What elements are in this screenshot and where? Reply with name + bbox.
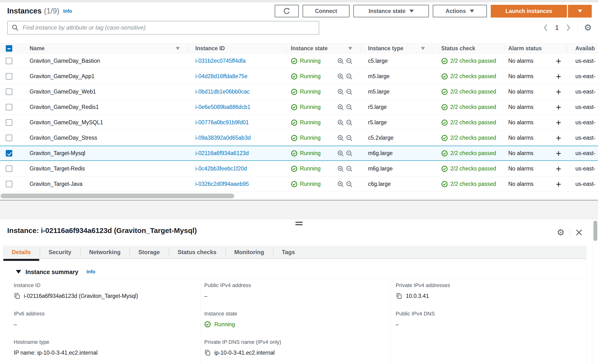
zoom-in-icon[interactable] [337,88,344,96]
row-checkbox[interactable] [6,58,12,64]
instance-id-link[interactable]: i-00776a0bc91b9fd01 [195,119,249,126]
row-checkbox[interactable] [6,104,12,110]
row-checkbox[interactable] [6,89,12,95]
row-checkbox[interactable] [6,181,12,187]
instance-id-link[interactable]: i-09a38392a0d65ab3d [195,135,251,141]
next-page-button[interactable] [565,24,571,32]
row-checkbox[interactable] [6,165,12,172]
add-alarm-plus-icon[interactable]: + [556,87,561,97]
chevron-right-icon [565,24,571,32]
table-row[interactable]: Graviton_Target-Redis i-0c42bb3feebc1f20… [0,161,598,177]
collapse-triangle-icon[interactable] [16,270,21,274]
zoom-out-icon[interactable] [346,165,353,172]
add-alarm-plus-icon[interactable]: + [556,72,561,81]
table-row[interactable]: Graviton_GameDay_Web1 i-0bd11db1e06bb0ca… [0,84,598,99]
row-checkbox[interactable] [6,135,12,141]
select-all-checkbox[interactable] [6,45,12,52]
add-alarm-plus-icon[interactable]: + [556,57,561,66]
zoom-out-icon[interactable] [346,181,353,188]
previous-page-button[interactable] [543,24,549,32]
table-row[interactable]: Graviton_GameDay_Stress i-09a38392a0d65a… [0,130,598,146]
horizontal-scrollbar-thumb[interactable] [0,194,234,198]
zoom-out-icon[interactable] [346,73,353,80]
zoom-in-icon[interactable] [337,150,344,157]
instance-id-link[interactable]: i-02116a6f934a6123d [195,150,249,156]
zoom-in-icon[interactable] [337,165,344,172]
sort-icon[interactable] [348,46,353,50]
zoom-in-icon[interactable] [337,119,344,126]
horizontal-scrollbar[interactable] [0,192,598,200]
panel-preferences-gear-icon[interactable]: ⚙ [557,228,565,237]
instance-id-link[interactable]: i-0bd11db1e06bb0cac [195,89,250,95]
instance-id-link[interactable]: i-0e6e5089ba886dcb1 [195,104,250,110]
table-preferences-gear-icon[interactable]: ⚙ [584,23,592,32]
cell-instance-state: Running [286,69,360,84]
instance-state-menu-button[interactable]: Instance state [353,5,429,17]
zoom-out-icon[interactable] [346,57,353,65]
add-alarm-plus-icon[interactable]: + [556,149,561,158]
column-header-instance-state[interactable]: Instance state [286,43,360,53]
copy-icon[interactable] [396,293,402,299]
table-row[interactable]: Graviton_GameDay_MySQL1 i-00776a0bc91b9f… [0,115,598,130]
zoom-out-icon[interactable] [346,88,353,96]
zoom-in-icon[interactable] [337,134,344,142]
row-checkbox[interactable] [6,73,12,80]
tab-networking[interactable]: Networking [80,246,129,259]
tab-tags[interactable]: Tags [273,246,304,259]
add-alarm-plus-icon[interactable]: + [556,180,561,189]
summary-info-link[interactable]: Info [87,269,95,275]
zoom-in-icon[interactable] [337,57,344,65]
row-checkbox[interactable] [6,150,12,156]
refresh-button[interactable] [275,5,299,17]
instance-id-link[interactable]: i-031b2ec0745ff4dfa [195,58,246,64]
sort-icon[interactable] [420,46,425,50]
close-icon[interactable] [575,229,583,236]
column-header-alarm-status[interactable]: Alarm status [504,43,567,53]
copy-icon[interactable] [204,349,211,356]
zoom-out-icon[interactable] [346,150,353,157]
search-box[interactable] [7,21,319,35]
vertical-scrollbar-thumb[interactable] [593,221,597,241]
vertical-scrollbar[interactable] [592,219,598,364]
add-alarm-plus-icon[interactable]: + [556,133,561,143]
zoom-out-icon[interactable] [346,104,353,111]
instances-info-link[interactable]: Info [63,8,72,14]
tab-storage[interactable]: Storage [129,246,169,259]
add-alarm-plus-icon[interactable]: + [556,164,561,173]
zoom-in-icon[interactable] [337,181,344,188]
cell-alarm-status: No alarms + [504,69,567,84]
column-header-instance-type[interactable]: Instance type [360,43,432,53]
sort-icon[interactable] [175,46,180,50]
current-page-number[interactable]: 1 [555,24,559,32]
connect-button[interactable]: Connect [303,5,349,17]
row-checkbox[interactable] [6,119,12,126]
column-header-availability-zone[interactable]: Availab [567,43,598,53]
column-header-status-check[interactable]: Status check [432,43,504,53]
zoom-out-icon[interactable] [346,119,353,126]
instance-id-link[interactable]: i-0c42bb3feebc1f20d [195,165,247,172]
instance-id-link[interactable]: i-04d28d16ffda8e75e [195,73,248,80]
actions-menu-button[interactable]: Actions [433,5,487,17]
table-row[interactable]: Graviton_GameDay_Redis1 i-0e6e5089ba886d… [0,99,598,115]
table-row[interactable]: Graviton_GameDay_Bastion i-031b2ec0745ff… [0,53,598,69]
tab-monitoring[interactable]: Monitoring [225,246,273,259]
table-row[interactable]: Graviton_Target-Java i-0326c2d0f94aaeb95… [0,177,598,192]
search-input[interactable] [22,24,315,31]
column-header-instance-id[interactable]: Instance ID [188,43,286,53]
launch-instances-button[interactable]: Launch instances [491,5,567,17]
launch-instances-caret-button[interactable] [568,5,592,17]
column-header-name[interactable]: Name [18,43,188,53]
tab-security[interactable]: Security [40,246,80,259]
panel-drag-handle[interactable] [295,222,303,225]
table-row[interactable]: Graviton_GameDay_App1 i-04d28d16ffda8e75… [0,69,598,84]
zoom-in-icon[interactable] [337,104,344,111]
zoom-in-icon[interactable] [337,73,344,80]
zoom-out-icon[interactable] [346,134,353,142]
tab-details[interactable]: Details [3,246,40,259]
table-row[interactable]: Graviton_Target-Mysql i-02116a6f934a6123… [0,146,598,161]
copy-icon[interactable] [14,293,20,299]
add-alarm-plus-icon[interactable]: + [556,103,561,112]
tab-status-checks[interactable]: Status checks [169,246,225,259]
add-alarm-plus-icon[interactable]: + [556,118,561,127]
instance-id-link[interactable]: i-0326c2d0f94aaeb95 [195,181,249,187]
